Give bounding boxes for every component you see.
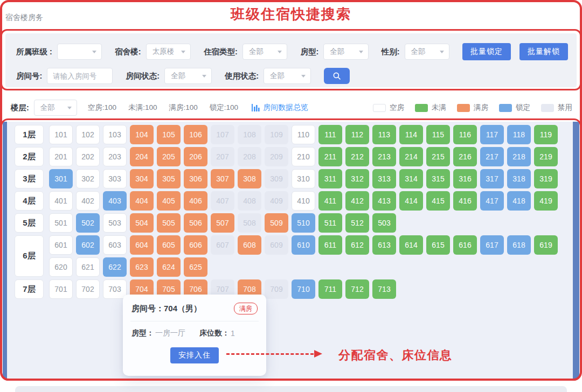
room-tile[interactable]: 405 <box>157 191 181 211</box>
room-tile[interactable]: 625 <box>184 257 207 277</box>
room-tile[interactable]: 415 <box>426 191 450 211</box>
room-tile[interactable]: 612 <box>345 235 369 255</box>
room-tile[interactable]: 104 <box>130 125 154 144</box>
stay-type-select[interactable]: 全部 <box>242 44 287 60</box>
room-tile[interactable]: 412 <box>345 191 369 211</box>
room-tile[interactable]: 304 <box>130 169 154 188</box>
room-tile[interactable]: 306 <box>184 169 207 188</box>
room-tile[interactable]: 110 <box>292 125 315 144</box>
room-tile[interactable]: 605 <box>157 235 181 255</box>
room-tile[interactable]: 622 <box>103 257 127 277</box>
room-tile[interactable]: 314 <box>399 169 423 188</box>
use-status-select[interactable]: 全部 <box>264 68 311 84</box>
floor-select[interactable]: 全部 <box>34 100 77 116</box>
room-tile[interactable]: 102 <box>76 125 100 144</box>
room-tile[interactable]: 702 <box>76 279 100 299</box>
room-tile[interactable]: 315 <box>426 169 450 188</box>
room-tile[interactable]: 312 <box>345 169 369 188</box>
room-tile[interactable]: 403 <box>103 191 127 211</box>
room-tile[interactable]: 617 <box>480 235 504 255</box>
room-tile[interactable]: 616 <box>453 235 477 255</box>
room-tile[interactable]: 511 <box>318 213 342 233</box>
room-tile[interactable]: 411 <box>318 191 342 211</box>
search-button[interactable] <box>324 68 350 84</box>
room-tile[interactable]: 712 <box>345 279 369 299</box>
room-tile[interactable]: 214 <box>399 147 423 166</box>
room-tile[interactable]: 711 <box>318 279 342 299</box>
room-tile[interactable]: 216 <box>453 147 477 166</box>
room-tile[interactable]: 602 <box>76 235 100 255</box>
room-tile[interactable]: 417 <box>480 191 504 211</box>
room-tile[interactable]: 311 <box>318 169 342 188</box>
room-tile[interactable]: 410 <box>292 191 315 211</box>
room-tile[interactable]: 119 <box>534 125 558 144</box>
room-tile[interactable]: 301 <box>49 169 73 188</box>
room-tile[interactable]: 502 <box>76 213 100 233</box>
class-select[interactable] <box>57 44 102 60</box>
room-tile[interactable]: 310 <box>292 169 315 188</box>
room-tile[interactable]: 506 <box>184 213 207 233</box>
room-number-input[interactable] <box>47 68 113 84</box>
room-tile[interactable]: 509 <box>265 213 288 233</box>
gender-select[interactable]: 全部 <box>405 44 449 60</box>
room-tile[interactable]: 111 <box>318 125 342 144</box>
room-tile[interactable]: 316 <box>453 169 477 188</box>
room-tile[interactable]: 701 <box>49 279 73 299</box>
room-tile[interactable]: 623 <box>130 257 154 277</box>
room-tile[interactable]: 319 <box>534 169 558 188</box>
room-tile[interactable]: 113 <box>372 125 396 144</box>
room-tile[interactable]: 501 <box>49 213 73 233</box>
room-tile[interactable]: 710 <box>292 279 315 299</box>
room-tile[interactable]: 510 <box>292 213 315 233</box>
building-select[interactable]: 太原楼 <box>146 44 191 60</box>
room-tile[interactable]: 106 <box>184 125 207 144</box>
room-tile[interactable]: 302 <box>76 169 100 188</box>
room-tile[interactable]: 418 <box>507 191 531 211</box>
right-edge-scrollbar[interactable] <box>573 122 579 379</box>
room-tile[interactable]: 404 <box>130 191 154 211</box>
room-tile[interactable]: 202 <box>76 147 100 166</box>
room-tile[interactable]: 201 <box>49 147 73 166</box>
room-tile[interactable]: 218 <box>507 147 531 166</box>
room-tile[interactable]: 116 <box>453 125 477 144</box>
room-tile[interactable]: 313 <box>372 169 396 188</box>
room-tile[interactable]: 606 <box>184 235 207 255</box>
assign-checkin-button[interactable]: 安排入住 <box>170 347 219 363</box>
room-tile[interactable]: 317 <box>480 169 504 188</box>
room-tile[interactable]: 308 <box>238 169 261 188</box>
room-tile[interactable]: 504 <box>130 213 154 233</box>
room-tile[interactable]: 512 <box>345 213 369 233</box>
room-tile[interactable]: 406 <box>184 191 207 211</box>
room-tile[interactable]: 219 <box>534 147 558 166</box>
room-tile[interactable]: 205 <box>157 147 181 166</box>
room-tile[interactable]: 217 <box>480 147 504 166</box>
room-tile[interactable]: 112 <box>345 125 369 144</box>
room-tile[interactable]: 615 <box>426 235 450 255</box>
room-tile[interactable]: 303 <box>103 169 127 188</box>
room-type-select[interactable]: 全部 <box>323 44 368 60</box>
room-tile[interactable]: 101 <box>49 125 73 144</box>
room-tile[interactable]: 307 <box>211 169 234 188</box>
batch-unlock-button[interactable]: 批量解锁 <box>519 43 568 60</box>
room-tile[interactable]: 210 <box>292 147 315 166</box>
room-tile[interactable]: 619 <box>534 235 558 255</box>
room-tile[interactable]: 212 <box>345 147 369 166</box>
room-tile[interactable]: 620 <box>49 257 73 277</box>
room-tile[interactable]: 413 <box>372 191 396 211</box>
room-tile[interactable]: 614 <box>399 235 423 255</box>
room-tile[interactable]: 305 <box>157 169 181 188</box>
room-tile[interactable]: 603 <box>103 235 127 255</box>
room-tile[interactable]: 213 <box>372 147 396 166</box>
room-tile[interactable]: 103 <box>103 125 127 144</box>
room-tile[interactable]: 115 <box>426 125 450 144</box>
room-tile[interactable]: 118 <box>507 125 531 144</box>
room-tile[interactable]: 624 <box>157 257 181 277</box>
room-tile[interactable]: 503 <box>103 213 127 233</box>
room-tile[interactable]: 402 <box>76 191 100 211</box>
room-tile[interactable]: 215 <box>426 147 450 166</box>
room-tile[interactable]: 507 <box>211 213 234 233</box>
room-tile[interactable]: 114 <box>399 125 423 144</box>
room-tile[interactable]: 117 <box>480 125 504 144</box>
room-tile[interactable]: 503 <box>372 213 396 233</box>
room-tile[interactable]: 105 <box>157 125 181 144</box>
